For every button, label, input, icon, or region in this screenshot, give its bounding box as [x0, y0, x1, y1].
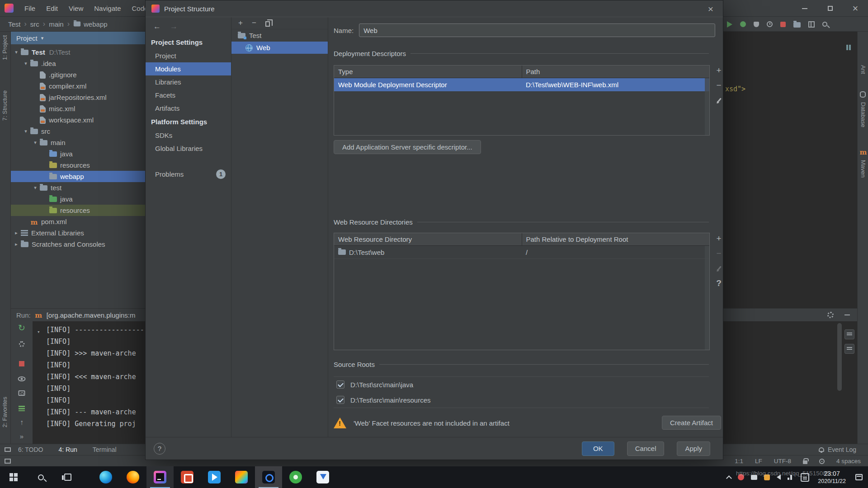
chevron-down-icon[interactable]: ▾: [41, 35, 44, 41]
help-button[interactable]: ?: [154, 443, 165, 455]
toolwindow-tab-terminal[interactable]: Terminal: [93, 446, 117, 453]
dialog-nav-project[interactable]: Project: [146, 49, 231, 62]
stripe-favorites-tab[interactable]: 2: Favorites: [1, 397, 8, 427]
remove-icon[interactable]: −: [252, 19, 256, 28]
help-icon[interactable]: ?: [716, 279, 722, 288]
module-tree-item-web[interactable]: Web: [231, 42, 328, 54]
tree-item-scratches-and-consoles[interactable]: ▸Scratches and Consoles: [11, 239, 145, 250]
tree-item-external-libraries[interactable]: ▸External Libraries: [11, 227, 145, 239]
edit-icon[interactable]: [718, 264, 720, 273]
taskbar-app-multicolor-app[interactable]: [228, 466, 255, 488]
stop-icon[interactable]: [19, 361, 24, 366]
collapse-icon[interactable]: ↑: [20, 418, 24, 427]
taskbar-app-intellij[interactable]: [146, 466, 174, 488]
inspections-icon[interactable]: [819, 459, 825, 464]
module-name-input[interactable]: [359, 23, 715, 37]
stripe-maven-tab[interactable]: Maven: [860, 160, 867, 178]
dialog-nav-modules[interactable]: Modules: [146, 62, 231, 75]
caret-position[interactable]: 1:1: [735, 458, 743, 465]
remove-icon[interactable]: −: [716, 249, 721, 258]
tree-item-workspace-xml[interactable]: workspace.xml: [11, 114, 145, 126]
tree-item-pom-xml[interactable]: pom.xml: [11, 216, 145, 227]
module-tree-item-test[interactable]: Test: [231, 29, 328, 42]
minimize-button[interactable]: [792, 0, 817, 17]
project-toolwindow-header[interactable]: Project ▾: [11, 32, 145, 44]
taskbar-app-firefox[interactable]: [119, 466, 146, 488]
table-row[interactable]: Web Module Deployment DescriptorD:\Test\…: [334, 78, 709, 91]
taskbar-app-red-app[interactable]: [174, 466, 201, 488]
taskbar-app-blue-app[interactable]: [309, 466, 336, 488]
profiler-icon[interactable]: [767, 21, 773, 27]
file-encoding[interactable]: UTF-8: [774, 458, 791, 465]
eye-icon[interactable]: [18, 376, 26, 381]
project-structure-icon[interactable]: [793, 22, 801, 28]
cancel-button[interactable]: Cancel: [627, 441, 665, 456]
tree-item-test[interactable]: ▾TestD:\Test: [11, 47, 145, 58]
table-scrollbar[interactable]: [705, 246, 709, 350]
breadcrumb-src[interactable]: src: [30, 20, 39, 28]
toolwindow-switcher-icon[interactable]: [5, 447, 11, 452]
stripe-project-tab[interactable]: 1: Project: [1, 35, 8, 60]
task-view-button[interactable]: [54, 466, 81, 488]
tree-item-misc-xml[interactable]: misc.xml: [11, 103, 145, 114]
tray-app-icon[interactable]: [751, 475, 757, 480]
dialog-nav-problems[interactable]: Problems1: [146, 168, 231, 181]
chevron-down-icon[interactable]: ▾: [32, 140, 39, 145]
coverage-icon[interactable]: [754, 22, 759, 27]
tree-item-idea[interactable]: ▾.idea: [11, 58, 145, 69]
dialog-nav-libraries[interactable]: Libraries: [146, 75, 231, 89]
toolwindow-tab-6-todo[interactable]: 6: TODO: [18, 446, 43, 453]
settings-icon[interactable]: [19, 341, 25, 347]
console-scrollbar[interactable]: [837, 323, 842, 391]
stripe-database-tab[interactable]: Database: [860, 102, 867, 127]
add-icon[interactable]: +: [716, 66, 721, 75]
volume-icon[interactable]: [777, 474, 781, 480]
add-icon[interactable]: +: [716, 234, 721, 243]
dialog-titlebar[interactable]: Project Structure ×: [146, 0, 723, 17]
lock-icon[interactable]: [803, 460, 807, 464]
layout-icon[interactable]: [808, 21, 815, 28]
breadcrumb-test[interactable]: Test: [8, 20, 21, 28]
run-icon[interactable]: [727, 21, 732, 28]
copy-icon[interactable]: [265, 21, 270, 27]
tree-item-webapp[interactable]: webapp: [11, 171, 145, 182]
tree-item-java[interactable]: java: [11, 193, 145, 205]
rerun-icon[interactable]: ↻: [18, 324, 25, 332]
taskbar-app-vscode[interactable]: [201, 466, 228, 488]
dialog-close-button[interactable]: ×: [698, 0, 723, 17]
tree-item-compiler-xml[interactable]: compiler.xml: [11, 80, 145, 92]
table-scrollbar[interactable]: [705, 78, 709, 135]
create-artifact-button[interactable]: Create Artifact: [662, 416, 721, 430]
taskbar-app-dark-app[interactable]: [255, 466, 282, 488]
gear-icon[interactable]: [827, 312, 834, 318]
table-row[interactable]: D:\Test\web/: [334, 246, 709, 259]
network-icon[interactable]: [788, 474, 794, 480]
apply-button[interactable]: Apply: [677, 441, 710, 456]
maximize-button[interactable]: [817, 0, 843, 17]
menu-view[interactable]: View: [63, 0, 89, 17]
pause-icon[interactable]: [845, 44, 852, 51]
input-method-icon[interactable]: [801, 473, 809, 482]
soft-wrap-icon[interactable]: [844, 329, 854, 339]
menu-file[interactable]: File: [19, 0, 41, 17]
toolwindow-tab-4-run[interactable]: 4: Run: [59, 446, 77, 453]
stop-icon[interactable]: [780, 22, 786, 27]
taskbar-app-edge[interactable]: [92, 466, 119, 488]
breadcrumb-webapp[interactable]: webapp: [73, 20, 108, 28]
layout-icon[interactable]: [5, 459, 11, 464]
dialog-nav-global-libraries[interactable]: Global Libraries: [146, 142, 231, 155]
camera-icon[interactable]: [19, 390, 25, 396]
tree-item-resources[interactable]: resources: [11, 160, 145, 171]
indent-setting[interactable]: 4 spaces: [836, 458, 861, 465]
edit-icon[interactable]: [718, 96, 720, 105]
ok-button[interactable]: OK: [582, 441, 614, 456]
scroll-to-end-icon[interactable]: [844, 344, 854, 354]
menu-edit[interactable]: Edit: [41, 0, 63, 17]
source-root-checkbox[interactable]: [336, 380, 344, 389]
source-root-checkbox[interactable]: [336, 396, 344, 404]
column-path[interactable]: Path: [522, 66, 710, 78]
taskbar-clock[interactable]: 23:07 2020/11/22: [816, 469, 848, 485]
tree-item-test[interactable]: ▾test: [11, 182, 145, 193]
menu-navigate[interactable]: Navigate: [89, 0, 126, 17]
column-web-resource-directory[interactable]: Web Resource Directory: [334, 233, 522, 245]
